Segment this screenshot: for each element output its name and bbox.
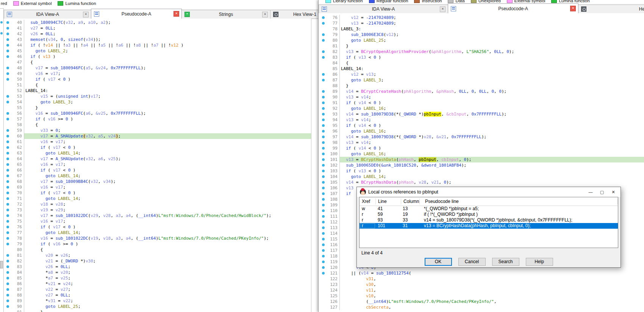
code-line[interactable]: 86 *v21 = v24; [4, 281, 311, 287]
code-line[interactable]: 100 goto LABEL_16; [319, 151, 644, 157]
code-line[interactable]: 88 v27 = 0LL; [4, 292, 311, 298]
code-line[interactable]: 59 v33 = 0; [4, 128, 311, 133]
code-line[interactable]: 81 } [319, 43, 644, 49]
code-line[interactable]: 125 v10, [319, 293, 644, 299]
code-line[interactable]: 76 v12 = -2147024809; [319, 15, 644, 20]
code-line[interactable]: 73 v19 = v29; [4, 207, 311, 213]
tab-close-icon[interactable]: ✕ [83, 12, 89, 17]
code-line[interactable]: 77 v13 = -2147024809; [319, 20, 644, 26]
tab-ida-view-a[interactable]: IDA View-A✕ [4, 10, 91, 19]
column-header-line[interactable]: Line [376, 198, 401, 204]
code-line[interactable]: 78LABEL_3: [319, 26, 644, 32]
code-line[interactable]: 93 v14 = sub_180079D38(*(_QWORD *)pbInpu… [319, 111, 644, 117]
code-line[interactable]: 80 { [4, 247, 311, 253]
code-line[interactable]: 127 cbSecreta, [319, 304, 644, 310]
code-line[interactable]: 89 v14 = BCryptCreateHash(phAlgorithm, &… [319, 89, 644, 94]
code-line[interactable]: 86 v12 = v13; [319, 72, 644, 77]
code-line[interactable]: 95 if ( v14 < 0 ) [319, 123, 644, 128]
code-line[interactable]: 74 v17 = sub_1801022DC(v29, v28, a3, a4,… [4, 213, 311, 218]
tab-close-icon[interactable]: ✕ [440, 6, 445, 12]
tab-close-icon[interactable]: ✕ [174, 11, 179, 17]
code-line[interactable]: 49 v16 = v17; [4, 71, 311, 76]
code-line[interactable]: 75 v16 = v17; [4, 218, 311, 224]
column-header-pseudocode-line[interactable]: Pseudocode line [420, 198, 618, 204]
maximize-icon[interactable]: ▢ [596, 188, 608, 196]
code-line[interactable]: 79 sub_18006E3C8(v12); [319, 32, 644, 37]
code-line[interactable]: 81 v20 = v26; [4, 253, 311, 258]
code-line[interactable]: 84 { [319, 60, 644, 66]
pseudocode-pane-left[interactable]: 40 sub_180094C7C(v32, a9, a10, a2);41 v2… [4, 19, 311, 312]
code-line[interactable]: 43 memset(v34, 0, sizeof(v34)); [4, 37, 311, 42]
code-line[interactable]: 44 if ( !v14 || !a3 || !a4 || !a5 || !a6… [4, 42, 311, 48]
xref-row[interactable]: w4113*(_QWORD *)pbInput = a5; [360, 206, 618, 212]
code-line[interactable]: 52LABEL_14: [4, 88, 311, 94]
cancel-button[interactable]: Cancel [458, 258, 486, 266]
code-line[interactable]: 60 v17 = A_SHAUpdate(v32, a5, v24); [4, 133, 311, 139]
code-line[interactable]: 65 v16 = v17; [4, 162, 311, 167]
code-line[interactable]: 45 goto LABEL_2; [4, 48, 311, 54]
code-line[interactable]: 46 if ( v13 ) [4, 54, 311, 59]
code-line[interactable]: 40 sub_180094C7C(v32, a9, a10, a2); [4, 20, 311, 25]
code-line[interactable]: 92 goto LABEL_16; [319, 106, 644, 111]
code-line[interactable]: 58 { [4, 122, 311, 128]
code-line[interactable]: 76 if ( v17 < 0 ) [4, 224, 311, 230]
code-line[interactable]: 122 v31, [319, 276, 644, 282]
code-line[interactable]: 124 v11, [319, 287, 644, 293]
code-line[interactable]: 61 v16 = v17; [4, 139, 311, 145]
code-line[interactable]: 57 if ( v16 >= 0 ) [4, 116, 311, 122]
xref-table-header[interactable]: XrefLineColumnPseudocode line [360, 197, 618, 206]
code-line[interactable]: 90 goto LABEL_25; [4, 304, 311, 309]
dialog-titlebar[interactable]: Local cross references to pbInput — ▢ ✕ [357, 187, 621, 197]
ok-button[interactable]: OK [425, 258, 452, 266]
close-icon[interactable]: ✕ [608, 188, 619, 196]
code-line[interactable]: 51 { [4, 82, 311, 88]
code-line[interactable]: 103 if ( v13 < 0 ) [319, 168, 644, 174]
code-line[interactable]: 123 v30, [319, 282, 644, 287]
code-line[interactable]: 102 sub_180065DE0(&unk_18018C520, &dword… [319, 162, 644, 168]
code-line[interactable]: 77 goto LABEL_14; [4, 230, 311, 236]
code-line[interactable]: 71 goto LABEL_14; [4, 196, 311, 201]
code-line[interactable]: 56 v16 = sub_1800946FC(a6, &v25, 0x7FFFF… [4, 111, 311, 116]
code-line[interactable]: 80 goto LABEL_25; [319, 37, 644, 43]
code-line[interactable]: 70 if ( v17 < 0 ) [4, 190, 311, 196]
code-line[interactable]: 83 v26 = 0LL; [4, 264, 311, 270]
search-button[interactable]: Search [492, 258, 519, 266]
code-line[interactable]: 78 v16 = sub_1801022DC(v19, v18, a3, a4,… [4, 236, 311, 241]
code-line[interactable]: 50 if ( v17 < 0 ) [4, 76, 311, 82]
code-line[interactable]: 104 goto LABEL_14; [319, 174, 644, 179]
code-line[interactable]: 67 goto LABEL_14; [4, 173, 311, 179]
code-line[interactable]: 82 v21 = (_DWORD *)v30; [4, 258, 311, 264]
code-line[interactable]: 99 if ( v14 < 0 ) [319, 145, 644, 151]
code-line[interactable]: 85 *a7 = v25; [4, 275, 311, 281]
help-button[interactable]: Help [526, 258, 553, 266]
code-line[interactable]: 69 v16 = v17; [4, 184, 311, 190]
xref-row[interactable]: r5919if ( !*(_QWORD *)pbInput ) [360, 212, 618, 217]
code-line[interactable]: 42 v26 = 0LL; [4, 31, 311, 37]
code-line[interactable]: 72 v18 = v28; [4, 201, 311, 207]
code-line[interactable]: 94 v13 = v14; [319, 117, 644, 123]
column-header-column[interactable]: Column [401, 198, 420, 204]
code-line[interactable]: 91 } [4, 309, 311, 312]
scrollbar-thumb[interactable] [0, 261, 3, 268]
code-line[interactable]: 82 v13 = BCryptOpenAlgorithmProvider(&ph… [319, 49, 644, 55]
column-header-xref[interactable]: Xref [360, 198, 376, 204]
code-line[interactable]: 91 if ( v14 < 0 ) [319, 100, 644, 106]
code-line[interactable]: 63 goto LABEL_14; [4, 150, 311, 156]
code-line[interactable]: 47 { [4, 59, 311, 65]
xref-row[interactable]: r10131v13 = BCryptHashData(phHash, pbInp… [360, 223, 618, 229]
code-line[interactable]: 53 v15 = (unsigned int)v17; [4, 94, 311, 99]
code-line[interactable]: 85LABEL_14: [319, 66, 644, 72]
tab-close-icon[interactable]: ✕ [262, 12, 268, 17]
code-line[interactable]: 62 if ( v17 < 0 ) [4, 145, 311, 150]
tab-hex[interactable]: Hex [578, 5, 644, 13]
tab-pseudocode-a[interactable]: Pseudocode-A✕ [91, 9, 182, 19]
code-line[interactable]: 126 (__int64)L"msft:Windows/7.0/Phone/Ca… [319, 299, 644, 304]
xref-row[interactable]: r9333v14 = sub_180079D38(*(_QWORD *)pbIn… [360, 217, 618, 223]
minimize-icon[interactable]: — [585, 188, 596, 196]
code-line[interactable]: 55 } [4, 105, 311, 111]
code-line[interactable]: 90 v13 = v14; [319, 94, 644, 100]
code-line[interactable]: 54 goto LABEL_3; [4, 99, 311, 105]
code-line[interactable]: 98 v13 = v14; [319, 140, 644, 145]
code-line[interactable]: 96 goto LABEL_16; [319, 128, 644, 134]
code-line[interactable]: 87 v22 = v27; [4, 287, 311, 292]
